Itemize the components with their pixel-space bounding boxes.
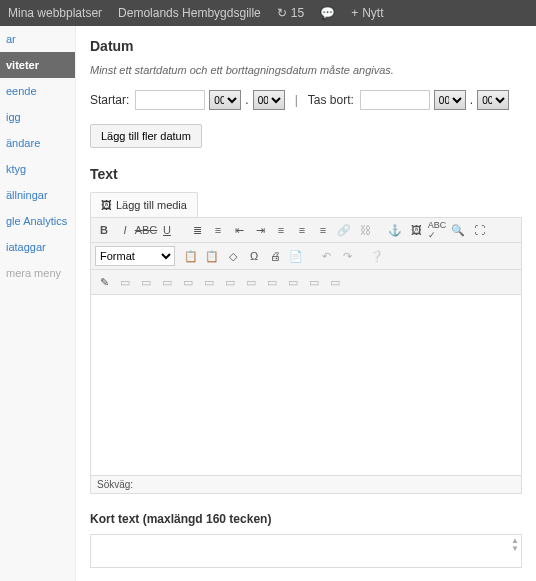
indent-button[interactable]: ⇥ (251, 221, 269, 239)
help-button[interactable]: ❔ (368, 247, 386, 265)
admin-sidebar: ar viteter eende igg ändare ktyg ällning… (0, 26, 76, 581)
refresh-icon: ↻ (277, 6, 287, 20)
sidebar-item[interactable]: ar (0, 26, 75, 52)
sidebar-item[interactable]: ällningar (0, 182, 75, 208)
spellcheck-button[interactable]: ABC✓ (428, 221, 446, 239)
anchor-button[interactable]: ⚓ (386, 221, 404, 239)
topbar-new[interactable]: + Nytt (351, 6, 383, 20)
tb-icon[interactable]: ▭ (221, 273, 239, 291)
tb-icon[interactable]: ▭ (263, 273, 281, 291)
kort-text-input[interactable] (90, 534, 522, 568)
tb-icon[interactable]: ▭ (200, 273, 218, 291)
editor-toolbar-row3: ✎ ▭ ▭ ▭ ▭ ▭ ▭ ▭ ▭ ▭ ▭ ▭ (91, 270, 521, 295)
sidebar-item[interactable]: ändare (0, 130, 75, 156)
find-button[interactable]: 🔍 (449, 221, 467, 239)
tb-icon[interactable]: ▭ (242, 273, 260, 291)
erase-button[interactable]: ◇ (224, 247, 242, 265)
editor-content[interactable] (91, 295, 521, 475)
start-hour-select[interactable]: 00 (209, 90, 241, 110)
plus-icon: + (351, 6, 358, 20)
strike-button[interactable]: ABC (137, 221, 155, 239)
unlink-button[interactable]: ⛓ (356, 221, 374, 239)
omega-button[interactable]: Ω (245, 247, 263, 265)
tb-icon[interactable]: ▭ (326, 273, 344, 291)
doc-button[interactable]: 📄 (287, 247, 305, 265)
align-left-button[interactable]: ≡ (272, 221, 290, 239)
bullet-list-button[interactable]: ≣ (188, 221, 206, 239)
tb-icon[interactable]: ▭ (284, 273, 302, 291)
start-label: Startar: (90, 93, 129, 107)
topbar-comments[interactable]: 💬 (320, 6, 335, 20)
image-button[interactable]: 🖼 (407, 221, 425, 239)
outdent-button[interactable]: ⇤ (230, 221, 248, 239)
editor-pathbar: Sökväg: (91, 475, 521, 493)
italic-button[interactable]: I (116, 221, 134, 239)
rich-text-editor: B I ABC U ≣ ≡ ⇤ ⇥ ≡ ≡ ≡ 🔗 ⛓ ⚓ 🖼 (90, 217, 522, 494)
sidebar-item[interactable]: igg (0, 104, 75, 130)
redo-button[interactable]: ↷ (338, 247, 356, 265)
media-icon: 🖼 (101, 199, 112, 211)
dot: . (245, 93, 248, 107)
remove-label: Tas bort: (308, 93, 354, 107)
underline-button[interactable]: U (158, 221, 176, 239)
tb-icon[interactable]: ▭ (116, 273, 134, 291)
dot: . (470, 93, 473, 107)
start-date-input[interactable] (135, 90, 205, 110)
start-min-select[interactable]: 00 (253, 90, 285, 110)
datum-hint: Minst ett startdatum och ett borttagning… (90, 64, 522, 76)
sidebar-item[interactable]: ktyg (0, 156, 75, 182)
datum-title: Datum (90, 38, 522, 54)
sidebar-item[interactable]: gle Analytics (0, 208, 75, 234)
add-media-button[interactable]: 🖼 Lägg till media (90, 192, 198, 217)
numbered-list-button[interactable]: ≡ (209, 221, 227, 239)
bold-button[interactable]: B (95, 221, 113, 239)
align-right-button[interactable]: ≡ (314, 221, 332, 239)
separator: | (295, 93, 298, 107)
add-more-dates-button[interactable]: Lägg till fler datum (90, 124, 202, 148)
tb-icon[interactable]: ▭ (137, 273, 155, 291)
remove-date-input[interactable] (360, 90, 430, 110)
sidebar-item[interactable]: iataggar (0, 234, 75, 260)
kort-text-label: Kort text (maxlängd 160 tecken) (90, 512, 522, 526)
edit-icon[interactable]: ✎ (95, 273, 113, 291)
print-button[interactable]: 🖨 (266, 247, 284, 265)
tb-icon[interactable]: ▭ (179, 273, 197, 291)
format-select[interactable]: Format (95, 246, 175, 266)
comment-icon: 💬 (320, 6, 335, 20)
text-title: Text (90, 166, 522, 182)
fullscreen-button[interactable]: ⛶ (470, 221, 488, 239)
editor-toolbar-row1: B I ABC U ≣ ≡ ⇤ ⇥ ≡ ≡ ≡ 🔗 ⛓ ⚓ 🖼 (91, 218, 521, 243)
resize-arrows-icon: ▲▼ (511, 537, 519, 553)
sidebar-collapse[interactable]: mera meny (0, 260, 75, 286)
tb-icon[interactable]: ▭ (158, 273, 176, 291)
sidebar-item-active[interactable]: viteter (0, 52, 75, 78)
topbar-updates[interactable]: ↻ 15 (277, 6, 304, 20)
remove-hour-select[interactable]: 00 (434, 90, 466, 110)
sidebar-item[interactable]: eende (0, 78, 75, 104)
undo-button[interactable]: ↶ (317, 247, 335, 265)
paste-word-button[interactable]: 📋 (203, 247, 221, 265)
topbar-sitename[interactable]: Demolands Hembygdsgille (118, 6, 261, 20)
link-button[interactable]: 🔗 (335, 221, 353, 239)
paste-button[interactable]: 📋 (182, 247, 200, 265)
editor-toolbar-row2: Format 📋 📋 ◇ Ω 🖨 📄 ↶ ↷ ❔ (91, 243, 521, 270)
remove-min-select[interactable]: 00 (477, 90, 509, 110)
align-center-button[interactable]: ≡ (293, 221, 311, 239)
tb-icon[interactable]: ▭ (305, 273, 323, 291)
topbar-mysites[interactable]: Mina webbplatser (8, 6, 102, 20)
